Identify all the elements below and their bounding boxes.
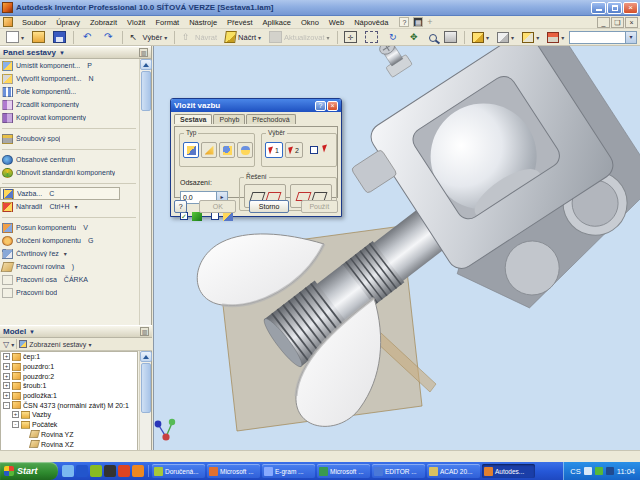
tree-item[interactable]: - ČSN 4373 (normální závit) M 20:1 [1,400,137,410]
menu-item[interactable]: Web [324,17,349,28]
tree-expander[interactable]: + [12,411,19,418]
zoom-window-button[interactable] [362,30,381,45]
title-bar[interactable]: Autodesk Inventor Professional 10.0 SÍŤO… [0,0,640,16]
clock[interactable]: 11:04 [617,467,635,476]
taskbar-task[interactable]: Autodes... [482,464,535,478]
degrees-of-freedom-button[interactable]: ▾ [544,30,567,45]
panel-item[interactable]: Vytvořit komponent... N [0,72,138,85]
dialog-close-icon[interactable]: × [327,101,338,111]
tree-item[interactable]: + podložka:1 [1,391,137,401]
model-panel-header[interactable]: Model ▼ ▥ [0,325,152,338]
minimize-button[interactable] [591,2,606,14]
panel-item[interactable]: Kopírovat komponenty [0,111,138,124]
first-selection-button[interactable]: 1 [265,142,283,158]
tree-item[interactable]: - Počátek [1,420,137,430]
child-close-button[interactable]: × [625,17,638,28]
more-options-button[interactable]: ? [174,200,187,213]
network-icon[interactable] [606,467,614,475]
menu-item[interactable]: Převést [222,17,257,28]
restore-button[interactable] [607,2,622,14]
mate-constraint-button[interactable] [183,142,199,158]
zoom-all-button[interactable]: ✛ [341,30,360,45]
apply-button[interactable]: Použít [301,200,338,213]
taskbar-task[interactable]: Microsoft ... [207,464,260,478]
tangent-constraint-button[interactable] [219,142,235,158]
panel-item[interactable]: Nahradit Ctrl+H ▾ [0,200,138,213]
menu-item[interactable]: Nápověda [349,17,393,28]
child-restore-button[interactable]: ❏ [611,17,624,28]
tree-expander[interactable]: + [3,363,10,370]
panel-item[interactable]: Pracovní bod [0,286,138,299]
tree-item[interactable]: Rovina XZ [1,439,137,449]
parameter-combo[interactable]: ▾ [569,31,637,44]
insert-constraint-button[interactable] [237,142,253,158]
scroll-up-button[interactable] [140,59,152,70]
tree-expander[interactable]: - [3,402,10,409]
scroll-thumb[interactable] [141,363,151,413]
plus-icon[interactable]: + [427,17,432,27]
internet-explorer-icon[interactable] [62,465,74,477]
save-button[interactable] [50,30,69,45]
quick-launch-red-icon[interactable] [118,465,130,477]
bolt-small[interactable] [374,46,413,78]
shaded-display-button[interactable]: ▾ [469,30,492,45]
menu-item[interactable]: Nástroje [184,17,222,28]
angle-constraint-button[interactable] [201,142,217,158]
menu-item[interactable]: Vložit [122,17,150,28]
dialog-tab[interactable]: Pohyb [213,114,245,124]
select-button[interactable]: ↖Výběr▾ [127,30,171,45]
new-file-button[interactable]: ▾ [3,30,27,45]
quick-launch-orange-icon[interactable] [132,465,144,477]
tree-expander[interactable]: + [3,353,10,360]
place-constraint-dialog[interactable]: Vložit vazbu ? × SestavaPohybPřechodová … [170,98,342,217]
open-file-button[interactable] [29,30,48,45]
panel-item[interactable]: Šroubový spoj [0,132,138,145]
panel-item[interactable]: Vazba... C [0,187,120,200]
close-button[interactable]: × [623,2,638,14]
return-button[interactable]: ⇧Návrat [179,30,220,45]
outlook-icon[interactable] [76,465,88,477]
dialog-tab[interactable]: Sestava [174,114,212,124]
tree-item[interactable]: + pouzdro:2 [1,371,137,381]
tree-item[interactable]: + šroub:1 [1,381,137,391]
start-button[interactable]: Start [0,462,58,480]
panel-scrollbar[interactable] [139,59,151,338]
tree-expander[interactable]: + [3,382,10,389]
scroll-thumb[interactable] [141,71,151,111]
volume-icon[interactable] [584,467,592,475]
sketch-button[interactable]: Náčrt▾ [222,30,264,45]
second-selection-button[interactable]: 2 [285,142,303,158]
ok-button[interactable]: OK [199,200,236,213]
messenger-icon[interactable] [90,465,102,477]
taskbar-task[interactable]: EDITOR ... [372,464,425,478]
redo-button[interactable]: ↷ [99,30,118,45]
cancel-button[interactable]: Storno [249,200,288,213]
menu-item[interactable]: Zobrazit [85,17,122,28]
look-at-button[interactable] [441,30,460,45]
update-button[interactable]: Aktualizovat▾ [266,30,332,45]
rotate-view-button[interactable]: ↻ [383,30,402,45]
panel-options-icon[interactable]: ▥ [140,327,149,336]
panel-item[interactable]: Pracovní osa ČÁRKA [0,273,138,286]
scroll-up-button[interactable] [140,351,152,362]
child-minimize-button[interactable]: _ [597,17,610,28]
panel-item[interactable]: Obsahové centrum [0,153,138,166]
dialog-help-icon[interactable]: ? [315,101,326,111]
taskbar-task[interactable]: Microsoft ... [317,464,370,478]
panel-item[interactable]: Zrcadlit komponenty [0,98,138,111]
tree-item[interactable]: + čep:1 [1,352,137,362]
pan-button[interactable]: ✥ [404,30,423,45]
taskbar-task[interactable]: E-gram ... [262,464,315,478]
undo-button[interactable]: ↶ [78,30,97,45]
grid-icon[interactable]: ▦ [413,17,423,27]
pick-part-first-checkbox[interactable] [310,146,318,154]
slice-graphics-button[interactable]: ▾ [519,30,542,45]
help-icon[interactable]: ? [399,17,409,27]
menu-item[interactable]: Úpravy [51,17,85,28]
language-indicator[interactable]: CS [570,467,580,476]
tree-expander[interactable]: + [3,373,10,380]
taskbar-task[interactable]: ACAD 20... [427,464,480,478]
dialog-tab[interactable]: Přechodová [246,114,295,124]
panel-item[interactable]: Umístit komponent... P [0,59,138,72]
panel-item[interactable]: Otočení komponentu G [0,234,138,247]
